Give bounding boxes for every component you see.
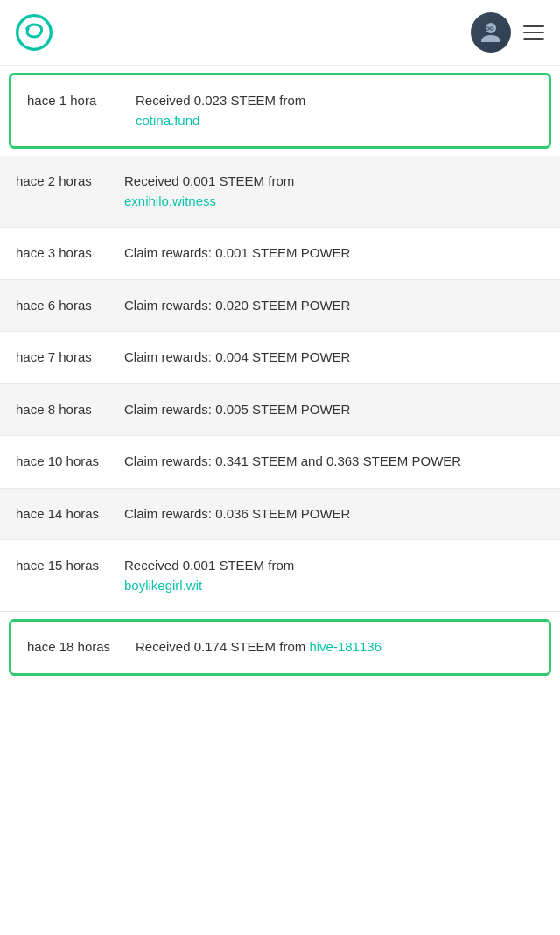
avatar[interactable] (471, 12, 511, 53)
transaction-detail: Claim rewards: 0.020 STEEM POWER (114, 280, 560, 332)
transaction-detail: Claim rewards: 0.341 STEEM and 0.363 STE… (114, 436, 560, 488)
transaction-time: hace 8 horas (0, 384, 114, 436)
transaction-row: hace 15 horasReceived 0.001 STEEM from b… (0, 540, 560, 612)
transaction-row: hace 3 horasClaim rewards: 0.001 STEEM P… (0, 228, 560, 280)
svg-point-1 (486, 23, 496, 33)
transaction-time: hace 14 horas (0, 489, 114, 540)
transaction-link[interactable]: exnihilo.witness (124, 192, 546, 212)
transaction-link[interactable]: boylikegirl.wit (124, 576, 546, 596)
transaction-description: Received 0.001 STEEM from (124, 558, 294, 573)
transaction-row: hace 8 horasClaim rewards: 0.005 STEEM P… (0, 384, 560, 437)
transaction-link[interactable]: cotina.fund (136, 111, 535, 131)
transaction-row: hace 6 horasClaim rewards: 0.020 STEEM P… (0, 280, 560, 333)
transaction-description: Received 0.023 STEEM from (136, 93, 305, 108)
transaction-row: hace 2 horasReceived 0.001 STEEM from ex… (0, 156, 560, 228)
transaction-time: hace 3 horas (0, 228, 114, 279)
transaction-link[interactable]: hive-181136 (309, 639, 382, 654)
transaction-time: hace 15 horas (0, 540, 114, 611)
transaction-row: hace 18 horasReceived 0.174 STEEM from h… (9, 619, 551, 676)
transaction-time: hace 6 horas (0, 280, 114, 332)
transaction-time: hace 10 horas (0, 436, 114, 488)
transaction-detail: Received 0.174 STEEM from hive-181136 (125, 622, 549, 673)
transaction-row: hace 7 horasClaim rewards: 0.004 STEEM P… (0, 332, 560, 384)
transaction-time: hace 1 hora (11, 75, 125, 146)
transaction-detail: Received 0.001 STEEM from boylikegirl.wi… (114, 540, 560, 611)
transaction-list: hace 1 horaReceived 0.023 STEEM from cot… (0, 73, 560, 676)
transaction-row: hace 10 horasClaim rewards: 0.341 STEEM … (0, 436, 560, 489)
transaction-detail: Received 0.001 STEEM from exnihilo.witne… (114, 156, 560, 227)
steemit-logo-icon (16, 14, 52, 51)
transaction-time: hace 7 horas (0, 332, 114, 383)
app-header (0, 0, 560, 66)
transaction-time: hace 2 horas (0, 156, 114, 227)
header-actions (471, 12, 544, 53)
transaction-row: hace 14 horasClaim rewards: 0.036 STEEM … (0, 489, 560, 541)
hamburger-menu[interactable] (523, 25, 544, 40)
transaction-detail: Received 0.023 STEEM from cotina.fund (125, 75, 549, 146)
transaction-row: hace 1 horaReceived 0.023 STEEM from cot… (9, 73, 551, 149)
transaction-detail: Claim rewards: 0.001 STEEM POWER (114, 228, 560, 279)
transaction-detail: Claim rewards: 0.005 STEEM POWER (114, 384, 560, 436)
transaction-description: Received 0.001 STEEM from (124, 173, 294, 188)
transaction-detail: Claim rewards: 0.004 STEEM POWER (114, 332, 560, 383)
transaction-time: hace 18 horas (11, 622, 125, 673)
transaction-detail: Claim rewards: 0.036 STEEM POWER (114, 489, 560, 540)
svg-point-0 (18, 16, 52, 50)
